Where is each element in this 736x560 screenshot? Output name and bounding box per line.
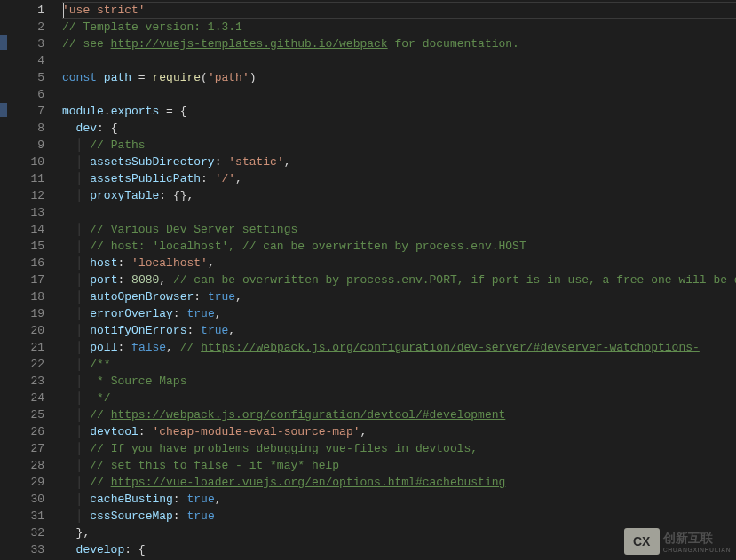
line-number[interactable]: 7 xyxy=(7,103,44,120)
line-number[interactable]: 29 xyxy=(7,474,44,491)
text-cursor xyxy=(63,3,64,18)
code-line[interactable]: │ // https://webpack.js.org/configuratio… xyxy=(62,406,736,423)
code-line[interactable]: │ // Various Dev Server settings xyxy=(62,221,736,238)
code-area[interactable]: 'use strict'// Template version: 1.3.1//… xyxy=(62,0,736,560)
line-number[interactable]: 31 xyxy=(7,508,44,525)
code-line[interactable]: │ // Paths xyxy=(62,137,736,154)
line-number[interactable]: 26 xyxy=(7,423,44,440)
line-number[interactable]: 32 xyxy=(7,525,44,541)
line-number[interactable]: 6 xyxy=(7,86,44,103)
marker-strip xyxy=(0,0,7,560)
line-number[interactable]: 22 xyxy=(7,356,44,373)
code-line[interactable]: │ */ xyxy=(62,390,736,406)
line-number[interactable]: 20 xyxy=(7,322,44,339)
line-number[interactable]: 4 xyxy=(7,52,44,69)
code-line[interactable]: // see http://vuejs-templates.github.io/… xyxy=(62,35,736,52)
code-line[interactable]: │ cacheBusting: true, xyxy=(62,491,736,508)
code-line[interactable]: │ // host: 'localhost', // can be overwr… xyxy=(62,238,736,255)
line-number[interactable]: 24 xyxy=(7,390,44,406)
watermark-text-top: 创新互联 xyxy=(663,531,731,547)
code-line[interactable]: │ errorOverlay: true, xyxy=(62,305,736,322)
code-line[interactable]: │ // set this to false - it *may* help xyxy=(62,457,736,474)
line-number[interactable]: 18 xyxy=(7,288,44,305)
code-line[interactable]: │ assetsPublicPath: '/', xyxy=(62,170,736,187)
code-line[interactable]: │ devtool: 'cheap-module-eval-source-map… xyxy=(62,423,736,440)
watermark: CX 创新互联 CHUANGXINHULIAN xyxy=(624,528,731,555)
line-number[interactable]: 2 xyxy=(7,19,44,35)
code-line[interactable]: dev: { xyxy=(62,120,736,137)
code-line[interactable]: │ autoOpenBrowser: true, xyxy=(62,288,736,305)
watermark-text-bottom: CHUANGXINHULIAN xyxy=(663,547,731,553)
line-number[interactable]: 16 xyxy=(7,255,44,272)
line-number[interactable]: 8 xyxy=(7,120,44,137)
line-number[interactable]: 1 xyxy=(7,2,44,19)
line-number[interactable]: 27 xyxy=(7,440,44,457)
line-number[interactable]: 15 xyxy=(7,238,44,255)
watermark-logo-icon: CX xyxy=(624,528,660,555)
line-number[interactable]: 5 xyxy=(7,69,44,86)
line-number-gutter[interactable]: 1234567891011121314151617181920212223242… xyxy=(7,0,62,560)
line-number[interactable]: 23 xyxy=(7,373,44,390)
line-number[interactable]: 28 xyxy=(7,457,44,474)
code-line[interactable]: │ port: 8080, // can be overwritten by p… xyxy=(62,272,736,288)
line-number[interactable]: 30 xyxy=(7,491,44,508)
code-line[interactable]: │ notifyOnErrors: true, xyxy=(62,322,736,339)
code-line[interactable]: │ assetsSubDirectory: 'static', xyxy=(62,154,736,170)
gutter-marker xyxy=(0,35,7,50)
code-line[interactable]: │ /** xyxy=(62,356,736,373)
line-number[interactable]: 11 xyxy=(7,170,44,187)
code-line[interactable] xyxy=(62,86,736,103)
code-line[interactable]: // Template version: 1.3.1 xyxy=(62,19,736,35)
code-line[interactable] xyxy=(62,204,736,221)
code-editor[interactable]: 1234567891011121314151617181920212223242… xyxy=(0,0,736,560)
code-line[interactable]: │ proxyTable: {}, xyxy=(62,187,736,204)
line-number[interactable]: 3 xyxy=(7,35,44,52)
line-number[interactable]: 12 xyxy=(7,187,44,204)
code-line[interactable]: module.exports = { xyxy=(62,103,736,120)
code-line[interactable] xyxy=(62,52,736,69)
line-number[interactable]: 9 xyxy=(7,137,44,154)
line-number[interactable]: 19 xyxy=(7,305,44,322)
code-line[interactable]: │ // If you have problems debugging vue-… xyxy=(62,440,736,457)
line-number[interactable]: 21 xyxy=(7,339,44,356)
line-number[interactable]: 14 xyxy=(7,221,44,238)
code-line[interactable]: const path = require('path') xyxy=(62,69,736,86)
code-line[interactable]: │ * Source Maps xyxy=(62,373,736,390)
code-line[interactable]: │ host: 'localhost', xyxy=(62,255,736,272)
code-line[interactable]: │ cssSourceMap: true xyxy=(62,508,736,525)
line-number[interactable]: 10 xyxy=(7,154,44,170)
line-number[interactable]: 33 xyxy=(7,541,44,558)
code-line[interactable]: 'use strict' xyxy=(62,2,736,19)
code-line[interactable]: │ // https://vue-loader.vuejs.org/en/opt… xyxy=(62,474,736,491)
line-number[interactable]: 17 xyxy=(7,272,44,288)
code-line[interactable]: │ poll: false, // https://webpack.js.org… xyxy=(62,339,736,356)
line-number[interactable]: 25 xyxy=(7,406,44,423)
gutter-marker xyxy=(0,103,7,117)
line-number[interactable]: 13 xyxy=(7,204,44,221)
